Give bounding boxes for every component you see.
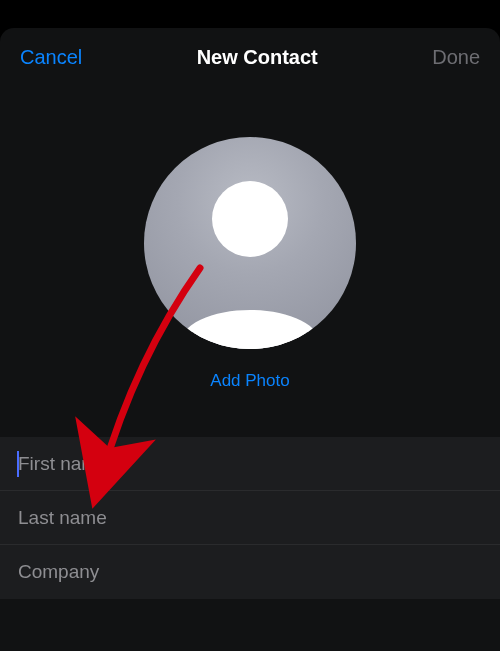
company-field[interactable] [18,561,482,583]
done-button[interactable]: Done [432,46,480,69]
text-cursor [17,451,19,477]
svg-point-0 [212,181,288,257]
cancel-button[interactable]: Cancel [20,46,82,69]
first-name-row[interactable] [0,437,500,491]
last-name-field[interactable] [18,507,482,529]
page-title: New Contact [82,46,432,69]
new-contact-sheet: Cancel New Contact Done Add Photo [0,28,500,651]
nav-bar: Cancel New Contact Done [0,28,500,77]
person-icon [144,137,356,349]
avatar-placeholder[interactable] [144,137,356,349]
avatar-section: Add Photo [0,137,500,391]
fields-group [0,437,500,599]
first-name-field[interactable] [18,453,482,475]
company-row[interactable] [0,545,500,599]
add-photo-button[interactable]: Add Photo [210,371,289,391]
last-name-row[interactable] [0,491,500,545]
